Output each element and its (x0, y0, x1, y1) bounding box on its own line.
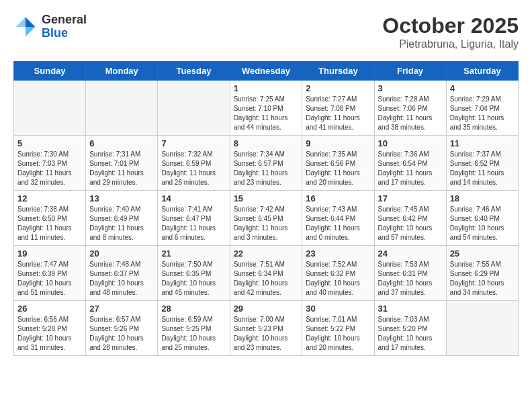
weekday-header-tuesday: Tuesday (158, 62, 230, 81)
calendar-cell: 31Sunrise: 7:03 AM Sunset: 5:20 PM Dayli… (374, 301, 446, 356)
calendar-cell: 4Sunrise: 7:29 AM Sunset: 7:04 PM Daylig… (446, 81, 518, 136)
weekday-header-thursday: Thursday (302, 62, 374, 81)
day-number: 25 (450, 248, 515, 259)
calendar-cell: 1Sunrise: 7:25 AM Sunset: 7:10 PM Daylig… (230, 81, 302, 136)
day-number: 19 (17, 248, 82, 259)
day-info: Sunrise: 7:34 AM Sunset: 6:57 PM Dayligh… (234, 150, 299, 187)
day-number: 20 (89, 248, 154, 259)
day-number: 10 (378, 138, 443, 148)
day-number: 15 (234, 193, 299, 203)
day-number: 24 (378, 248, 443, 259)
calendar-week-row: 19Sunrise: 7:47 AM Sunset: 6:39 PM Dayli… (14, 246, 519, 301)
day-info: Sunrise: 7:29 AM Sunset: 7:04 PM Dayligh… (450, 95, 515, 132)
calendar-cell: 20Sunrise: 7:48 AM Sunset: 6:37 PM Dayli… (86, 246, 158, 301)
svg-marker-1 (26, 27, 35, 36)
calendar-cell: 15Sunrise: 7:42 AM Sunset: 6:45 PM Dayli… (230, 191, 302, 246)
weekday-header-row: SundayMondayTuesdayWednesdayThursdayFrid… (14, 62, 519, 81)
day-info: Sunrise: 7:25 AM Sunset: 7:10 PM Dayligh… (234, 95, 299, 132)
calendar-cell: 16Sunrise: 7:43 AM Sunset: 6:44 PM Dayli… (302, 191, 374, 246)
day-number: 26 (17, 304, 82, 314)
calendar-week-row: 1Sunrise: 7:25 AM Sunset: 7:10 PM Daylig… (14, 81, 519, 136)
day-number: 31 (378, 304, 443, 314)
day-info: Sunrise: 7:47 AM Sunset: 6:39 PM Dayligh… (17, 260, 82, 298)
day-info: Sunrise: 7:01 AM Sunset: 5:22 PM Dayligh… (306, 315, 370, 353)
day-number: 4 (450, 83, 515, 93)
day-number: 30 (306, 304, 370, 314)
day-number: 8 (234, 138, 299, 148)
day-info: Sunrise: 7:46 AM Sunset: 6:40 PM Dayligh… (450, 205, 515, 242)
day-number: 27 (89, 304, 154, 314)
day-number: 5 (17, 138, 82, 148)
weekday-header-saturday: Saturday (446, 62, 518, 81)
calendar-cell: 14Sunrise: 7:41 AM Sunset: 6:47 PM Dayli… (158, 191, 230, 246)
calendar-cell: 21Sunrise: 7:50 AM Sunset: 6:35 PM Dayli… (158, 246, 230, 301)
day-number: 3 (378, 83, 443, 93)
day-number: 18 (450, 193, 515, 203)
logo-icon (13, 15, 38, 39)
day-info: Sunrise: 6:59 AM Sunset: 5:25 PM Dayligh… (161, 315, 226, 353)
svg-marker-2 (16, 17, 26, 26)
day-info: Sunrise: 7:31 AM Sunset: 7:01 PM Dayligh… (89, 150, 154, 187)
day-info: Sunrise: 7:40 AM Sunset: 6:49 PM Dayligh… (89, 205, 154, 242)
day-info: Sunrise: 7:51 AM Sunset: 6:34 PM Dayligh… (234, 260, 299, 298)
day-info: Sunrise: 7:36 AM Sunset: 6:54 PM Dayligh… (378, 150, 443, 187)
day-info: Sunrise: 7:41 AM Sunset: 6:47 PM Dayligh… (161, 205, 226, 242)
day-info: Sunrise: 7:48 AM Sunset: 6:37 PM Dayligh… (89, 260, 154, 298)
calendar-cell: 17Sunrise: 7:45 AM Sunset: 6:42 PM Dayli… (374, 191, 446, 246)
day-info: Sunrise: 7:38 AM Sunset: 6:50 PM Dayligh… (17, 205, 82, 242)
calendar-table: SundayMondayTuesdayWednesdayThursdayFrid… (13, 61, 519, 356)
calendar-cell: 12Sunrise: 7:38 AM Sunset: 6:50 PM Dayli… (14, 191, 86, 246)
logo: General Blue (13, 13, 87, 40)
calendar-cell: 22Sunrise: 7:51 AM Sunset: 6:34 PM Dayli… (230, 246, 302, 301)
day-info: Sunrise: 7:45 AM Sunset: 6:42 PM Dayligh… (378, 205, 443, 242)
logo-blue-text: Blue (42, 27, 87, 40)
calendar-cell: 11Sunrise: 7:37 AM Sunset: 6:52 PM Dayli… (446, 136, 518, 191)
day-number: 22 (234, 248, 299, 259)
day-number: 21 (161, 248, 226, 259)
calendar-cell: 18Sunrise: 7:46 AM Sunset: 6:40 PM Dayli… (446, 191, 518, 246)
calendar-cell: 26Sunrise: 6:56 AM Sunset: 5:28 PM Dayli… (14, 301, 86, 356)
day-info: Sunrise: 7:50 AM Sunset: 6:35 PM Dayligh… (161, 260, 226, 298)
day-number: 28 (161, 304, 226, 314)
day-info: Sunrise: 7:03 AM Sunset: 5:20 PM Dayligh… (378, 315, 443, 353)
day-number: 2 (306, 83, 370, 93)
calendar-cell: 2Sunrise: 7:27 AM Sunset: 7:08 PM Daylig… (302, 81, 374, 136)
calendar-cell (86, 81, 158, 136)
calendar-week-row: 5Sunrise: 7:30 AM Sunset: 7:03 PM Daylig… (14, 136, 519, 191)
weekday-header-friday: Friday (374, 62, 446, 81)
day-info: Sunrise: 6:56 AM Sunset: 5:28 PM Dayligh… (17, 315, 82, 353)
svg-marker-0 (26, 17, 35, 26)
calendar-cell (446, 301, 518, 356)
calendar-cell: 25Sunrise: 7:55 AM Sunset: 6:29 PM Dayli… (446, 246, 518, 301)
day-number: 29 (234, 304, 299, 314)
day-info: Sunrise: 6:57 AM Sunset: 5:26 PM Dayligh… (89, 315, 154, 353)
day-info: Sunrise: 7:27 AM Sunset: 7:08 PM Dayligh… (306, 95, 370, 132)
day-info: Sunrise: 7:32 AM Sunset: 6:59 PM Dayligh… (161, 150, 226, 187)
calendar-cell: 3Sunrise: 7:28 AM Sunset: 7:06 PM Daylig… (374, 81, 446, 136)
weekday-header-sunday: Sunday (14, 62, 86, 81)
calendar-cell: 30Sunrise: 7:01 AM Sunset: 5:22 PM Dayli… (302, 301, 374, 356)
calendar-cell: 28Sunrise: 6:59 AM Sunset: 5:25 PM Dayli… (158, 301, 230, 356)
calendar-cell: 29Sunrise: 7:00 AM Sunset: 5:23 PM Dayli… (230, 301, 302, 356)
calendar-cell: 7Sunrise: 7:32 AM Sunset: 6:59 PM Daylig… (158, 136, 230, 191)
calendar-week-row: 26Sunrise: 6:56 AM Sunset: 5:28 PM Dayli… (14, 301, 519, 356)
day-info: Sunrise: 7:00 AM Sunset: 5:23 PM Dayligh… (234, 315, 299, 353)
calendar-week-row: 12Sunrise: 7:38 AM Sunset: 6:50 PM Dayli… (14, 191, 519, 246)
day-number: 23 (306, 248, 370, 259)
day-number: 14 (161, 193, 226, 203)
logo-general-text: General (42, 13, 87, 27)
day-number: 6 (89, 138, 154, 148)
calendar-cell: 27Sunrise: 6:57 AM Sunset: 5:26 PM Dayli… (86, 301, 158, 356)
calendar-cell: 5Sunrise: 7:30 AM Sunset: 7:03 PM Daylig… (14, 136, 86, 191)
location-subtitle: Pietrabruna, Liguria, Italy (382, 38, 519, 50)
day-info: Sunrise: 7:35 AM Sunset: 6:56 PM Dayligh… (306, 150, 370, 187)
weekday-header-monday: Monday (86, 62, 158, 81)
calendar-cell: 6Sunrise: 7:31 AM Sunset: 7:01 PM Daylig… (86, 136, 158, 191)
day-info: Sunrise: 7:30 AM Sunset: 7:03 PM Dayligh… (17, 150, 82, 187)
calendar-cell: 8Sunrise: 7:34 AM Sunset: 6:57 PM Daylig… (230, 136, 302, 191)
day-info: Sunrise: 7:42 AM Sunset: 6:45 PM Dayligh… (234, 205, 299, 242)
calendar-cell: 9Sunrise: 7:35 AM Sunset: 6:56 PM Daylig… (302, 136, 374, 191)
page-header: General Blue October 2025 Pietrabruna, L… (13, 13, 519, 50)
day-number: 11 (450, 138, 515, 148)
calendar-cell: 23Sunrise: 7:52 AM Sunset: 6:32 PM Dayli… (302, 246, 374, 301)
